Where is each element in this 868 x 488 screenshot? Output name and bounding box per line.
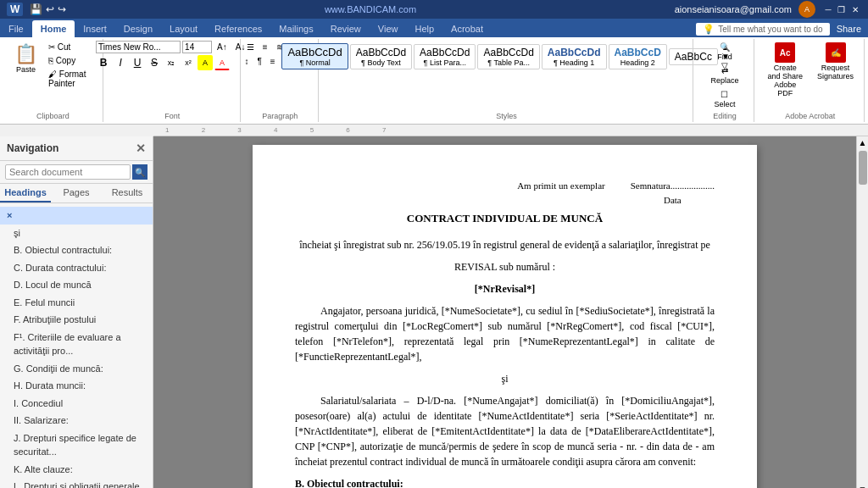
font-family-input[interactable] (96, 41, 181, 53)
doc-subtitle-text: încheiat şi înregistrat sub nr. 256/19.0… (299, 239, 710, 251)
tab-review[interactable]: Review (322, 20, 370, 37)
tab-layout[interactable]: Layout (161, 20, 206, 37)
share-button[interactable]: Share (837, 24, 861, 34)
tab-references[interactable]: References (206, 20, 270, 37)
nav-item-4[interactable]: D. Locul de muncă (0, 276, 153, 294)
nav-item-6[interactable]: F. Atribuţiile postului (0, 311, 153, 329)
numbering-button[interactable]: ≡ (259, 41, 271, 53)
style-body-text[interactable]: AaBbCcDd ¶ Body Text (350, 44, 412, 69)
style-list-para[interactable]: AaBbCcDd ¶ List Para... (414, 44, 476, 69)
paste-button[interactable]: 📋 Paste (8, 41, 43, 76)
request-signatures-button[interactable]: ✍ RequestSignatures (812, 41, 859, 99)
adobe-sign-icon: ✍ (826, 42, 846, 63)
nav-search-input[interactable] (5, 164, 131, 180)
replace-button[interactable]: ⇄ Replace (707, 64, 742, 86)
show-marks-button[interactable]: ¶ (253, 55, 264, 68)
nav-close-button[interactable]: ✕ (136, 141, 146, 155)
nav-search-button[interactable]: 🔍 (132, 164, 147, 180)
received-label: Am primit un exemplar (517, 179, 605, 207)
bold-button[interactable]: B (96, 55, 111, 70)
nav-item-9[interactable]: H. Durata muncii: (0, 377, 153, 395)
vertical-scrollbar[interactable]: ▲ ▼ (856, 136, 868, 488)
tab-design[interactable]: Design (115, 20, 161, 37)
find-button[interactable]: 🔍 Find (707, 41, 742, 63)
nav-item-13[interactable]: K. Alte clauze: (0, 461, 153, 479)
copy-button[interactable]: ⎘ Copy (45, 54, 97, 67)
tab-file[interactable]: File (0, 20, 32, 37)
quick-access-undo[interactable]: ↩ (46, 3, 54, 15)
tab-mailings[interactable]: Mailings (270, 20, 321, 37)
nav-item-7[interactable]: F¹. Criteriile de evaluare a activităţii… (0, 329, 153, 360)
bullets-button[interactable]: ☰ (243, 41, 258, 53)
nav-item-11[interactable]: II. Salarizare: (0, 412, 153, 430)
ribbon-tabs: File Home Insert Design Layout Reference… (0, 19, 868, 37)
tab-home[interactable]: Home (32, 20, 75, 37)
nav-tab-results[interactable]: Results (102, 184, 153, 202)
restore-button[interactable]: ❐ (836, 3, 848, 15)
subscript-button[interactable]: x₂ (164, 55, 179, 70)
signature-block: Semnatura................... Data (631, 179, 715, 207)
underline-button[interactable]: U (130, 55, 145, 70)
select-icon: ☐ (721, 90, 728, 99)
nav-item-14[interactable]: L. Drepturi şi obligaţii generale ale pă… (0, 478, 153, 488)
nav-item-8[interactable]: G. Condiţii de muncă: (0, 360, 153, 378)
style-heading1[interactable]: AaBbCcDd ¶ Heading 1 (542, 44, 607, 69)
clipboard-group: 📋 Paste ✂ Cut ⎘ Copy 🖌 Format Painter Cl… (3, 39, 103, 122)
nav-item-3[interactable]: C. Durata contractului: (0, 259, 153, 277)
text-highlight-button[interactable]: A (198, 55, 213, 70)
style-list-label: ¶ List Para... (420, 58, 470, 67)
style-h1-preview: AaBbCcDd (548, 47, 601, 58)
italic-button[interactable]: I (113, 55, 128, 70)
close-button[interactable]: ✕ (849, 3, 861, 15)
document-page: Am primit un exemplar Semnatura.........… (253, 145, 757, 488)
minimize-button[interactable]: ─ (822, 3, 834, 15)
clipboard-label: Clipboard (36, 110, 70, 120)
create-share-pdf-button[interactable]: Ac Create and ShareAdobe PDF (761, 41, 809, 99)
scroll-up-button[interactable]: ▲ (859, 138, 867, 147)
font-grow-button[interactable]: A↑ (214, 41, 231, 53)
nav-item-1[interactable]: şi (0, 225, 153, 242)
select-button[interactable]: ☐ Select (707, 88, 742, 110)
clipboard-sub-buttons: ✂ Cut ⎘ Copy 🖌 Format Painter (45, 41, 97, 90)
section-b-title: B. Obiectul contractului: (295, 476, 715, 489)
strikethrough-button[interactable]: S (147, 55, 162, 70)
nav-tab-headings[interactable]: Headings (0, 184, 51, 202)
find-label: Find (717, 53, 732, 61)
scroll-thumb[interactable] (859, 151, 867, 185)
nav-item-5[interactable]: E. Felul muncii (0, 294, 153, 312)
sort-button[interactable]: ↕ (241, 55, 252, 68)
align-left-button[interactable]: ≡ (267, 55, 279, 68)
style-heading2[interactable]: AaBbCcD Heading 2 (609, 44, 667, 69)
ribbon-search-area: 💡 Tell me what you want to do Share (492, 20, 868, 37)
tab-insert[interactable]: Insert (75, 20, 115, 37)
nav-item-2[interactable]: B. Obiectul contractului: (0, 241, 153, 259)
nav-item-10[interactable]: I. Concediul (0, 395, 153, 413)
tell-me-box[interactable]: 💡 Tell me what you want to do (696, 23, 829, 36)
bandicam-watermark: www.BANDICAM.com (325, 4, 416, 14)
tell-me-placeholder: Tell me what you want to do (718, 25, 822, 34)
font-size-input[interactable] (182, 41, 212, 53)
quick-access-redo[interactable]: ↪ (58, 3, 66, 15)
styles-gallery: AaBbCcDd ¶ Normal AaBbCcDd ¶ Body Text A… (281, 41, 731, 72)
tab-acrobat[interactable]: Acrobat (442, 20, 492, 37)
scroll-down-button[interactable]: ▼ (859, 485, 867, 488)
nav-item-12[interactable]: J. Drepturi specifice legate de securita… (0, 430, 153, 461)
doc-body1: Angajator, persoana juridică, [*NumeSoci… (295, 303, 715, 364)
format-painter-button[interactable]: 🖌 Format Painter (45, 68, 97, 90)
editing-group-content: 🔍 Find ⇄ Replace ☐ Select (707, 41, 742, 110)
style-table-para[interactable]: AaBbCcDd ¶ Table Pa... (477, 44, 539, 69)
window-controls: ─ ❐ ✕ (822, 3, 861, 15)
tab-help[interactable]: Help (406, 20, 442, 37)
style-normal[interactable]: AaBbCcDd ¶ Normal (281, 43, 348, 69)
style-h1-label: ¶ Heading 1 (548, 58, 601, 67)
superscript-button[interactable]: x² (181, 55, 196, 70)
text-color-button[interactable]: A (214, 55, 230, 70)
nav-item-0[interactable]: × (0, 207, 153, 225)
document-area[interactable]: Am primit un exemplar Semnatura.........… (153, 136, 856, 488)
nav-tab-pages[interactable]: Pages (51, 184, 102, 202)
tab-view[interactable]: View (370, 20, 407, 37)
nr-revisal-text: [*NrRevisal*] (475, 283, 535, 295)
word-app-icon: W (7, 3, 23, 16)
quick-access-save[interactable]: 💾 (30, 3, 42, 15)
cut-button[interactable]: ✂ Cut (45, 41, 97, 53)
